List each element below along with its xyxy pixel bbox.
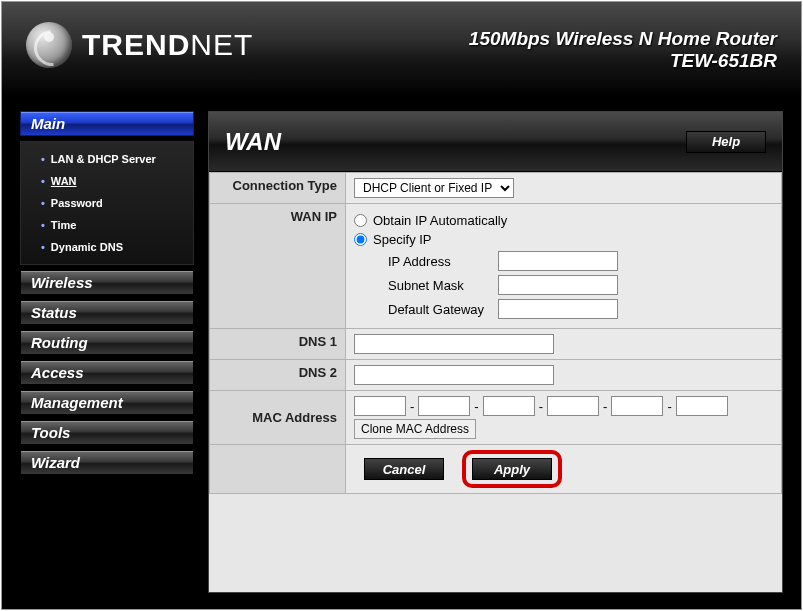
wan-form: Connection Type DHCP Client or Fixed IP … [209, 172, 782, 494]
sidebar-sub-wan[interactable]: WAN [41, 170, 193, 192]
dns1-field[interactable] [354, 334, 554, 354]
label-subnet: Subnet Mask [388, 278, 498, 293]
label-mac: MAC Address [210, 391, 346, 445]
label-conn-type: Connection Type [210, 173, 346, 204]
action-bar: Cancel Apply [364, 450, 773, 488]
brand-logo-icon [26, 22, 72, 68]
sidebar-sub-ddns[interactable]: Dynamic DNS [41, 236, 193, 258]
label-gateway: Default Gateway [388, 302, 498, 317]
dns2-field[interactable] [354, 365, 554, 385]
default-gateway-field[interactable] [498, 299, 618, 319]
sidebar-item-wizard[interactable]: Wizard [20, 450, 194, 475]
radio-specify-ip[interactable] [354, 233, 367, 246]
brand-name: TRENDNET [82, 28, 253, 62]
main-panel: WAN Help Connection Type DHCP Client or … [208, 111, 783, 593]
mac-octet-2[interactable] [418, 396, 470, 416]
sidebar-item-status[interactable]: Status [20, 300, 194, 325]
apply-highlight: Apply [462, 450, 562, 488]
header: TRENDNET 150Mbps Wireless N Home Router … [2, 2, 801, 97]
sidebar: Main LAN & DHCP Server WAN Password Time… [20, 97, 194, 593]
subnet-mask-field[interactable] [498, 275, 618, 295]
sidebar-item-routing[interactable]: Routing [20, 330, 194, 355]
mac-octet-3[interactable] [483, 396, 535, 416]
sidebar-subnav: LAN & DHCP Server WAN Password Time Dyna… [20, 141, 194, 265]
cancel-button[interactable]: Cancel [364, 458, 444, 480]
connection-type-select[interactable]: DHCP Client or Fixed IP [354, 178, 514, 198]
ip-address-field[interactable] [498, 251, 618, 271]
sidebar-item-main[interactable]: Main [20, 111, 194, 136]
specify-ip-group: IP Address Subnet Mask Default Gateway [388, 251, 773, 319]
mac-address-row: - - - - - [354, 396, 773, 416]
app-window: TRENDNET 150Mbps Wireless N Home Router … [1, 1, 802, 610]
clone-mac-button[interactable]: Clone MAC Address [354, 419, 476, 439]
apply-button[interactable]: Apply [472, 458, 552, 480]
sidebar-sub-password[interactable]: Password [41, 192, 193, 214]
label-dns1: DNS 1 [210, 329, 346, 360]
label-wan-ip: WAN IP [210, 204, 346, 329]
label-dns2: DNS 2 [210, 360, 346, 391]
sidebar-sub-lan[interactable]: LAN & DHCP Server [41, 148, 193, 170]
radio-obtain-auto-label: Obtain IP Automatically [373, 213, 507, 228]
panel-header: WAN Help [209, 112, 782, 172]
device-info: 150Mbps Wireless N Home Router TEW-651BR [469, 22, 777, 72]
mac-octet-4[interactable] [547, 396, 599, 416]
mac-octet-1[interactable] [354, 396, 406, 416]
help-button[interactable]: Help [686, 131, 766, 153]
sidebar-sub-time[interactable]: Time [41, 214, 193, 236]
sidebar-item-tools[interactable]: Tools [20, 420, 194, 445]
form-area: Connection Type DHCP Client or Fixed IP … [209, 172, 782, 592]
radio-specify-ip-label: Specify IP [373, 232, 432, 247]
mac-octet-6[interactable] [676, 396, 728, 416]
sidebar-item-management[interactable]: Management [20, 390, 194, 415]
radio-obtain-auto[interactable] [354, 214, 367, 227]
sidebar-item-wireless[interactable]: Wireless [20, 270, 194, 295]
label-ip-address: IP Address [388, 254, 498, 269]
sidebar-item-access[interactable]: Access [20, 360, 194, 385]
body: Main LAN & DHCP Server WAN Password Time… [2, 97, 801, 609]
device-model-line2: TEW-651BR [469, 50, 777, 72]
brand: TRENDNET [26, 22, 253, 68]
page-title: WAN [225, 128, 281, 156]
mac-octet-5[interactable] [611, 396, 663, 416]
device-model-line1: 150Mbps Wireless N Home Router [469, 28, 777, 50]
